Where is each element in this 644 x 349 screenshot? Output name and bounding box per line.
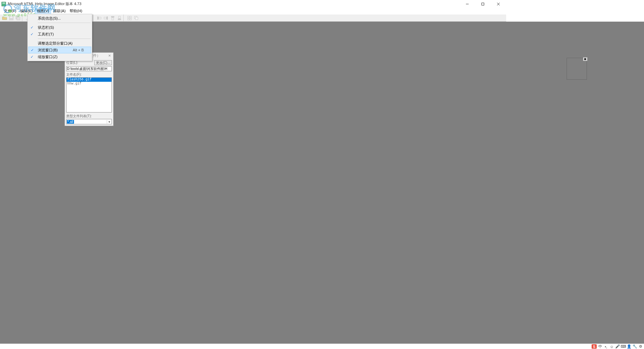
svg-rect-24 [97,16,98,19]
menu-view[interactable]: 视图(V) [35,8,51,14]
menu-help[interactable]: 帮助(H) [68,8,84,14]
toolbar-cascade-icon[interactable] [133,15,140,21]
svg-rect-3 [482,3,484,5]
menu-separator [38,23,91,23]
menu-item-zoom-window[interactable]: ✓ 缩放窗口(Z) [28,53,91,60]
toolbar-save-icon[interactable] [8,15,15,21]
menu-item-toolbar[interactable]: ✓ 工具栏(T) [28,31,91,38]
check-icon: ✓ [30,25,33,30]
app-icon [1,2,6,6]
view-dropdown-menu: 系统信息(S)... ✓ 状态栏(S) ✓ 工具栏(T) 调整选定部分窗口(A)… [27,14,92,61]
svg-rect-35 [130,18,131,20]
filename-label: 文件名(F): [66,72,112,77]
svg-rect-28 [111,16,114,17]
menu-item-adjust-selection[interactable]: 调整选定部分窗口(A) [28,40,91,47]
svg-rect-31 [118,16,120,18]
menu-shortcut: Alt + B [73,48,84,52]
svg-rect-26 [106,16,108,19]
check-icon: ✓ [30,32,33,36]
check-icon: ✓ [31,48,34,52]
location-input[interactable] [66,66,112,71]
svg-rect-0 [2,2,6,6]
svg-rect-33 [130,16,131,18]
menu-item-status-bar[interactable]: ✓ 状态栏(S) [28,24,91,31]
menu-bar: 文件(F) 编辑(E) 视图(V) 捕获(A) 帮助(H) [0,8,506,14]
menu-file[interactable]: 文件(F) [2,8,18,14]
dropdown-arrow-icon: ▾ [107,120,112,124]
change-button[interactable]: 更改(C)... [94,60,112,65]
type-select[interactable]: *.all ▾ [66,119,112,124]
toolbar-align-right-icon[interactable] [102,15,109,21]
toolbar-align-bottom-icon[interactable] [116,15,123,21]
maximize-button[interactable] [475,0,491,8]
svg-rect-32 [127,16,129,18]
svg-rect-9 [17,17,20,20]
app-title: Microsoft HTML Help Image Editor 版本 4.73 [8,1,81,6]
close-button[interactable] [491,0,506,8]
type-label: 类型文件列表(T): [66,114,112,119]
browse-window[interactable]: 浏览（2 个文件） × 位置(L): 更改(C)... 文件名(F): flas… [65,52,114,126]
toolbar-align-top-icon[interactable] [109,15,116,21]
svg-rect-25 [99,17,101,19]
toolbar-open-icon[interactable] [1,15,8,21]
minimize-button[interactable] [460,0,475,8]
browse-close-button[interactable]: × [107,53,112,58]
svg-rect-29 [112,18,114,20]
title-bar: Microsoft HTML Help Image Editor 版本 4.73 [0,0,506,8]
svg-rect-1 [2,3,5,3]
menu-capture[interactable]: 捕获(A) [51,8,68,14]
menu-edit[interactable]: 编辑(E) [18,8,35,14]
svg-rect-37 [135,17,138,20]
check-icon: ✓ [30,55,33,59]
svg-rect-30 [118,19,121,20]
file-item[interactable]: hhw.gif [67,82,112,86]
menu-item-system-info[interactable]: 系统信息(S)... [28,15,91,22]
toolbar-align-left-icon[interactable] [96,15,102,21]
svg-rect-7 [10,16,13,18]
file-list[interactable]: flash256.gif hhw.gif [66,77,112,113]
file-item-selected[interactable]: flash256.gif [67,78,112,82]
svg-rect-34 [127,18,129,20]
menu-item-browse-window[interactable]: ✓ 浏览窗口(B) Alt + B [28,47,91,53]
toolbar-saveall-icon[interactable] [15,15,21,21]
menu-separator [38,39,91,39]
svg-rect-27 [104,17,106,19]
toolbar-tile-icon[interactable] [126,15,133,21]
